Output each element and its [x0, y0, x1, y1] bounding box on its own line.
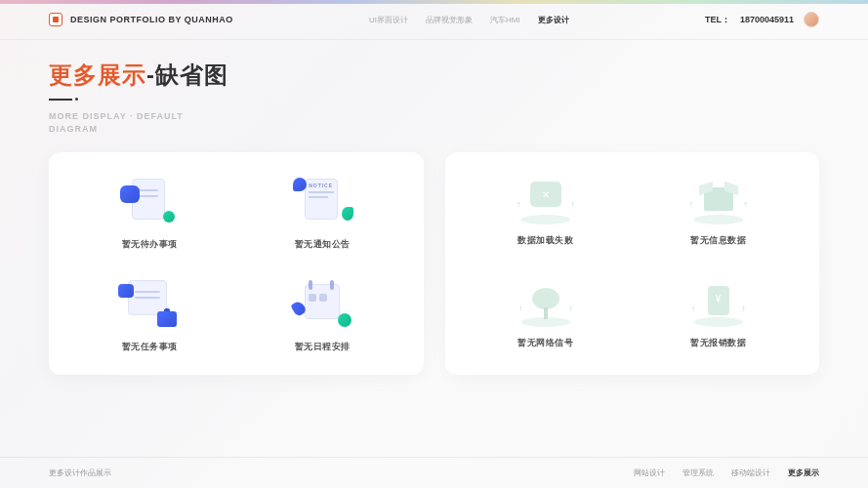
todo-icon: [114, 174, 185, 228]
title-underline: [49, 99, 72, 101]
tel-label: TEL：: [705, 14, 730, 26]
panels: 暂无待办事项 NOTICE 暂无通知公告: [49, 152, 819, 375]
subtitle: MORE DISPLAY · DEFAULT DIAGRAM: [49, 110, 819, 135]
avatar: [804, 12, 819, 27]
card-label: 暂无待办事项: [122, 238, 178, 251]
card-label: 暂无通知公告: [295, 238, 351, 251]
panel-blue: 暂无待办事项 NOTICE 暂无通知公告: [49, 152, 424, 375]
title-block: 更多展示-缺省图 MORE DISPLAY · DEFAULT DIAGRAM: [49, 60, 819, 135]
title-rest: -缺省图: [146, 61, 228, 88]
tel-number: 18700045911: [740, 15, 794, 24]
nav-item-hmi[interactable]: 汽车HMI: [490, 15, 520, 25]
subtitle-line1: MORE DISPLAY · DEFAULT: [49, 110, 819, 123]
nav-item-brand[interactable]: 品牌视觉形象: [426, 15, 473, 25]
card-task: 暂无任务事项: [68, 276, 231, 353]
load-fail-icon: ✕ ↑ ↑: [517, 178, 575, 224]
card-no-receipt: ¥ ↑ ↑ 暂无报销数据: [637, 276, 800, 353]
card-notice: NOTICE 暂无通知公告: [241, 174, 404, 251]
card-label: 暂无报销数据: [690, 337, 746, 349]
logo-icon: [49, 13, 62, 26]
nav-item-ui[interactable]: UI界面设计: [369, 15, 408, 25]
no-signal-icon: ↑ ↑: [517, 280, 575, 327]
main-container: 更多展示-缺省图 MORE DISPLAY · DEFAULT DIAGRAM …: [0, 40, 868, 385]
no-receipt-icon: ¥ ↑ ↑: [689, 280, 748, 327]
task-icon: [114, 276, 185, 331]
card-load-fail: ✕ ↑ ↑ 数据加载失败: [465, 174, 628, 251]
empty-box-icon: ↑ ↑: [689, 178, 748, 224]
title-accent: 更多展示: [49, 61, 146, 88]
nav-contact: TEL： 18700045911: [705, 12, 819, 27]
card-label: 暂无日程安排: [295, 341, 351, 353]
footer-links: 网站设计 管理系统 移动端设计 更多展示: [634, 468, 819, 478]
panel-green: ✕ ↑ ↑ 数据加载失败 ↑ ↑ 暂无信息数据: [445, 152, 820, 375]
footer-left: 更多设计作品展示: [49, 468, 111, 478]
footer-link-mobile[interactable]: 移动端设计: [731, 468, 770, 478]
notice-icon: NOTICE: [287, 174, 357, 228]
card-label: 数据加载失败: [517, 234, 573, 247]
footer-link-more[interactable]: 更多展示: [788, 468, 819, 478]
nav-brand: DESIGN PORTFOLIO BY QUANHAO: [49, 13, 233, 26]
footer-link-admin[interactable]: 管理系统: [682, 468, 714, 478]
card-label: 暂无任务事项: [122, 341, 178, 353]
subtitle-line2: DIAGRAM: [49, 123, 819, 136]
footer-link-web[interactable]: 网站设计: [634, 468, 665, 478]
card-no-signal: ↑ ↑ 暂无网络信号: [465, 276, 628, 353]
nav-menu: UI界面设计 品牌视觉形象 汽车HMI 更多设计: [369, 15, 569, 25]
card-todo: 暂无待办事项: [68, 174, 231, 251]
card-empty-box: ↑ ↑ 暂无信息数据: [637, 174, 800, 251]
brand-text: DESIGN PORTFOLIO BY QUANHAO: [70, 15, 233, 24]
top-nav: DESIGN PORTFOLIO BY QUANHAO UI界面设计 品牌视觉形…: [0, 0, 868, 40]
page-title: 更多展示-缺省图: [49, 60, 819, 91]
card-schedule: 暂无日程安排: [241, 276, 404, 353]
card-label: 暂无信息数据: [690, 234, 746, 247]
nav-item-more[interactable]: 更多设计: [538, 15, 569, 25]
footer: 更多设计作品展示 网站设计 管理系统 移动端设计 更多展示: [0, 457, 868, 488]
schedule-icon: [287, 276, 357, 331]
card-label: 暂无网络信号: [517, 337, 573, 349]
